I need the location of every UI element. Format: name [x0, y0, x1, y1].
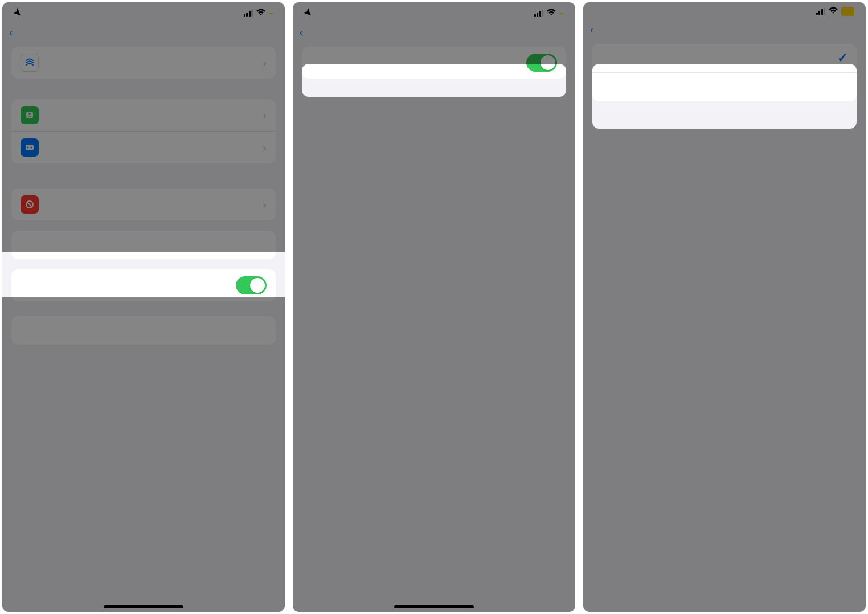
- row-communication-safety[interactable]: ›: [11, 132, 276, 163]
- home-indicator: [394, 605, 474, 608]
- nav-bar: ‹: [293, 21, 575, 47]
- svg-rect-2: [26, 145, 34, 150]
- signal-icon: [244, 10, 253, 17]
- signal-icon: [816, 8, 826, 15]
- battery-badge: ⚡: [841, 7, 854, 16]
- row-dont-allow-changes[interactable]: [592, 73, 857, 101]
- status-time: ➤: [14, 7, 22, 19]
- checkmark-icon: ✓: [837, 51, 847, 66]
- communication-safety-icon: [21, 138, 39, 157]
- row-cpr-toggle[interactable]: [302, 47, 566, 79]
- chevron-left-icon: ‹: [9, 27, 13, 39]
- svg-point-4: [31, 147, 32, 149]
- nav-bar: ‹: [583, 18, 866, 44]
- chevron-right-icon: ›: [263, 198, 267, 211]
- chevron-right-icon: ›: [263, 141, 267, 154]
- section-header-communication: [2, 84, 285, 99]
- section-header-privacy: [293, 99, 575, 114]
- home-indicator: [104, 605, 183, 608]
- row-screen-distance[interactable]: ›: [11, 47, 276, 79]
- status-right: [534, 9, 564, 18]
- status-time: ➤: [304, 7, 312, 19]
- section-header-restrictions: [2, 174, 285, 189]
- screen-distance-icon: [21, 54, 39, 72]
- status-bar: ⚡: [583, 2, 866, 18]
- chevron-right-icon: ›: [263, 56, 267, 69]
- chevron-right-icon: ›: [263, 109, 267, 122]
- footer-apps: [583, 116, 866, 125]
- back-button[interactable]: ‹: [300, 27, 304, 39]
- chevron-left-icon: ‹: [590, 24, 593, 36]
- status-bar: ➤: [293, 2, 575, 21]
- row-share-across-devices[interactable]: [11, 269, 276, 301]
- status-bar: ➤: [2, 2, 285, 21]
- battery-badge: [559, 13, 564, 14]
- location-arrow-icon: ➤: [301, 6, 316, 20]
- status-right: ⚡: [816, 7, 855, 16]
- signal-icon: [534, 10, 544, 17]
- footer-disallow: [583, 107, 866, 116]
- wifi-icon: [547, 9, 556, 18]
- row-communication-limits[interactable]: ›: [11, 99, 276, 132]
- row-allow-changes[interactable]: ✓: [592, 44, 857, 73]
- svg-point-3: [27, 147, 29, 149]
- chevron-left-icon: ‹: [300, 27, 303, 39]
- phone-reminders: ⚡ ‹ ✓: [583, 2, 866, 612]
- wifi-icon: [256, 9, 265, 18]
- wifi-icon: [829, 7, 838, 16]
- row-change-passcode[interactable]: [11, 231, 276, 259]
- restrictions-icon: [21, 195, 39, 214]
- row-content-privacy-restrictions[interactable]: ›: [11, 189, 276, 220]
- svg-point-1: [28, 113, 31, 115]
- svg-line-6: [27, 202, 32, 207]
- toggle-share-devices[interactable]: [236, 276, 267, 294]
- nav-bar: ‹: [2, 21, 285, 47]
- row-turn-off-activity[interactable]: [11, 316, 276, 345]
- status-right: [244, 9, 274, 18]
- phone-content-privacy: ➤ ‹: [293, 2, 575, 612]
- footer-turn-off: [2, 350, 285, 359]
- location-arrow-icon: ➤: [11, 6, 25, 20]
- footer-share-devices: [2, 307, 285, 316]
- battery-badge: [269, 13, 273, 14]
- phone-screen-time: ➤ ‹ ›: [2, 2, 285, 612]
- back-button[interactable]: ‹: [9, 27, 14, 39]
- back-button[interactable]: ‹: [590, 24, 595, 36]
- communication-limits-icon: [21, 106, 39, 124]
- toggle-cpr[interactable]: [526, 54, 557, 72]
